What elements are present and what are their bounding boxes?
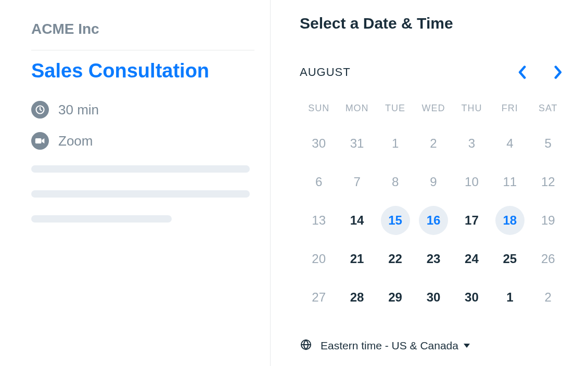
chevron-left-icon [517, 66, 527, 79]
duration-row: 30 min [31, 101, 254, 119]
day-cell: 8 [376, 163, 414, 201]
placeholder-line [31, 215, 172, 223]
calendar-day-disabled: 27 [304, 283, 334, 312]
placeholder-line [31, 165, 250, 173]
calendar-day-disabled: 2 [533, 283, 563, 312]
day-cell: 7 [338, 163, 376, 201]
calendar-day[interactable]: 24 [457, 244, 486, 273]
day-cell: 30 [414, 278, 452, 317]
day-cell: 19 [529, 201, 567, 240]
globe-icon [300, 338, 312, 353]
calendar-day-disabled: 8 [381, 167, 410, 197]
day-cell: 12 [529, 163, 567, 201]
day-cell: 28 [338, 278, 376, 317]
caret-down-icon [464, 344, 470, 348]
day-cell: 24 [453, 240, 491, 278]
placeholder-line [31, 190, 250, 198]
calendar-day-disabled: 30 [304, 129, 334, 158]
timezone-row: Eastern time - US & Canada [300, 338, 567, 353]
svg-rect-1 [35, 138, 42, 143]
day-of-week-header: TUE [376, 103, 414, 124]
duration-text: 30 min [58, 102, 99, 118]
calendar-day-available[interactable]: 18 [495, 206, 525, 235]
event-details-panel: ACME Inc Sales Consultation 30 min Zoom [0, 0, 271, 366]
next-month-button[interactable] [552, 63, 565, 81]
location-row: Zoom [31, 132, 254, 150]
calendar-day-disabled: 26 [533, 244, 563, 273]
calendar-day-disabled: 19 [533, 206, 563, 235]
video-icon [31, 132, 49, 150]
calendar-day[interactable]: 30 [457, 283, 486, 312]
calendar-day-disabled: 31 [342, 129, 372, 158]
day-cell: 2 [414, 124, 452, 163]
calendar-day-disabled: 1 [381, 129, 410, 158]
calendar-day[interactable]: 22 [381, 244, 410, 273]
location-text: Zoom [58, 133, 93, 149]
description-placeholder [31, 165, 254, 223]
calendar-day[interactable]: 28 [342, 283, 372, 312]
day-cell: 18 [491, 201, 529, 240]
calendar-day-disabled: 3 [457, 129, 486, 158]
day-of-week-header: FRI [491, 103, 529, 124]
timezone-label: Eastern time - US & Canada [321, 339, 458, 352]
event-title: Sales Consultation [31, 60, 254, 82]
company-name: ACME Inc [31, 21, 254, 50]
day-cell: 23 [414, 240, 452, 278]
day-cell: 1 [376, 124, 414, 163]
day-cell: 11 [491, 163, 529, 201]
day-cell: 22 [376, 240, 414, 278]
page-title: Select a Date & Time [300, 15, 567, 32]
day-cell: 2 [529, 278, 567, 317]
calendar-day[interactable]: 21 [342, 244, 372, 273]
calendar-day-disabled: 10 [457, 167, 486, 197]
day-cell: 1 [491, 278, 529, 317]
day-cell: 27 [300, 278, 338, 317]
calendar-day[interactable]: 25 [495, 244, 525, 273]
prev-month-button[interactable] [515, 63, 529, 81]
calendar-day[interactable]: 1 [495, 283, 525, 312]
day-cell: 21 [338, 240, 376, 278]
day-cell: 9 [414, 163, 452, 201]
day-cell: 10 [453, 163, 491, 201]
month-label: AUGUST [300, 66, 351, 79]
day-of-week-header: SUN [300, 103, 338, 124]
calendar-day-disabled: 9 [419, 167, 448, 197]
day-of-week-header: WED [414, 103, 452, 124]
calendar-day-disabled: 7 [342, 167, 372, 197]
day-cell: 6 [300, 163, 338, 201]
day-cell: 30 [300, 124, 338, 163]
day-of-week-header: THU [453, 103, 491, 124]
day-cell: 13 [300, 201, 338, 240]
calendar-day-disabled: 6 [304, 167, 334, 197]
calendar-day-available[interactable]: 15 [381, 206, 410, 235]
calendar-day[interactable]: 17 [457, 206, 486, 235]
clock-icon [31, 101, 49, 119]
day-cell: 29 [376, 278, 414, 317]
day-cell: 4 [491, 124, 529, 163]
day-cell: 5 [529, 124, 567, 163]
timezone-selector[interactable]: Eastern time - US & Canada [321, 339, 470, 352]
calendar-day-disabled: 20 [304, 244, 334, 273]
date-picker-panel: Select a Date & Time AUGUST SUNMONTUEWED… [271, 0, 588, 366]
calendar-day[interactable]: 30 [419, 283, 448, 312]
day-cell: 30 [453, 278, 491, 317]
day-of-week-header: MON [338, 103, 376, 124]
calendar-day-disabled: 4 [495, 129, 525, 158]
day-of-week-header: SAT [529, 103, 567, 124]
calendar-day-disabled: 12 [533, 167, 563, 197]
chevron-right-icon [554, 66, 563, 79]
calendar-day[interactable]: 23 [419, 244, 448, 273]
calendar-day-disabled: 5 [533, 129, 563, 158]
calendar-day-available[interactable]: 16 [419, 206, 448, 235]
calendar-day[interactable]: 29 [381, 283, 410, 312]
day-cell: 16 [414, 201, 452, 240]
day-cell: 17 [453, 201, 491, 240]
day-cell: 3 [453, 124, 491, 163]
day-cell: 15 [376, 201, 414, 240]
calendar-day-disabled: 11 [495, 167, 525, 197]
day-cell: 14 [338, 201, 376, 240]
calendar-day[interactable]: 14 [342, 206, 372, 235]
month-navigation: AUGUST [300, 63, 567, 81]
calendar-day-disabled: 13 [304, 206, 334, 235]
day-cell: 25 [491, 240, 529, 278]
